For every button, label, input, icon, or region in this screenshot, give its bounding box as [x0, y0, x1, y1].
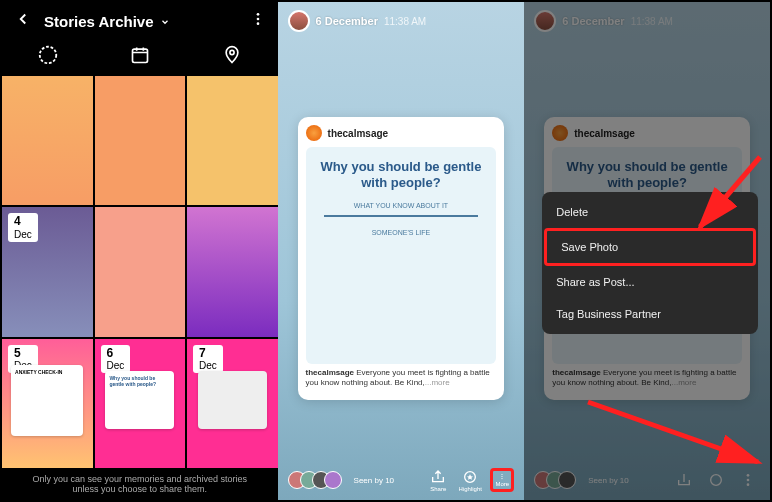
story-tile[interactable]	[187, 207, 278, 336]
story-tile[interactable]: 5Dec ANXIETY CHECK-IN	[2, 339, 93, 468]
story-menu-panel: 6 December 11:38 AM thecalmsage Why you …	[524, 2, 770, 500]
archive-header: Stories Archive	[2, 2, 278, 40]
story-view-panel: 6 December 11:38 AM thecalmsage Why you …	[278, 2, 525, 500]
story-header: 6 December 11:38 AM	[524, 2, 770, 40]
story-tile[interactable]: 7Dec	[187, 339, 278, 468]
story-time: 11:38 AM	[384, 16, 426, 27]
svg-point-5	[230, 50, 234, 54]
highlight-button[interactable]: Highlight	[458, 468, 482, 492]
story-footer: Seen by 10 Share Highlight More	[278, 460, 525, 500]
viewers-stack	[534, 471, 576, 489]
seen-by-text: Seen by 10	[588, 476, 664, 485]
viewers-stack[interactable]	[288, 471, 342, 489]
card-title: Why you should be gentle with people?	[314, 159, 489, 190]
card-caption: thecalmsage Everyone you meet is fightin…	[552, 368, 742, 389]
more-button	[736, 468, 760, 492]
story-tile[interactable]	[2, 76, 93, 205]
archive-title[interactable]: Stories Archive	[44, 13, 238, 30]
svg-point-13	[747, 483, 750, 486]
svg-point-11	[747, 474, 750, 477]
svg-point-12	[747, 479, 750, 482]
svg-point-2	[256, 22, 259, 25]
menu-dots-icon[interactable]	[250, 11, 266, 31]
menu-share-as-post[interactable]: Share as Post...	[542, 266, 758, 298]
archive-footer-text: Only you can see your memories and archi…	[2, 468, 278, 500]
svg-point-1	[256, 18, 259, 21]
highlight-button	[704, 468, 728, 492]
menu-tag-business-partner[interactable]: Tag Business Partner	[542, 298, 758, 330]
card-title: Why you should be gentle with people?	[560, 159, 734, 190]
tab-calendar-icon[interactable]	[129, 44, 151, 66]
svg-point-7	[502, 474, 503, 475]
share-button	[672, 468, 696, 492]
story-card[interactable]: thecalmsage Why you should be gentle wit…	[298, 117, 505, 400]
avatar[interactable]	[288, 10, 310, 32]
date-badge: 6Dec	[101, 345, 131, 373]
card-avatar-icon	[306, 125, 322, 141]
svg-rect-4	[132, 49, 147, 62]
tile-preview	[198, 371, 267, 429]
svg-point-3	[40, 47, 57, 64]
story-date: 6 December	[562, 15, 624, 27]
card-username: thecalmsage	[328, 128, 389, 139]
more-button[interactable]: More	[490, 468, 514, 492]
story-header: 6 December 11:38 AM	[278, 2, 525, 40]
story-time: 11:38 AM	[631, 16, 673, 27]
story-date: 6 December	[316, 15, 378, 27]
card-username: thecalmsage	[574, 128, 635, 139]
svg-point-0	[256, 13, 259, 16]
date-badge: 4Dec	[8, 213, 38, 241]
tab-location-icon[interactable]	[221, 44, 243, 66]
date-badge: 7Dec	[193, 345, 223, 373]
archive-grid: 4Dec 5Dec ANXIETY CHECK-IN 6Dec Why you …	[2, 76, 278, 468]
story-tile[interactable]: 6Dec Why you should be gentle with peopl…	[95, 339, 186, 468]
svg-point-8	[502, 476, 503, 477]
story-tile[interactable]	[95, 207, 186, 336]
card-caption: thecalmsage Everyone you meet is fightin…	[306, 368, 497, 389]
story-tile[interactable]: 4Dec	[2, 207, 93, 336]
svg-point-10	[711, 475, 722, 486]
svg-point-9	[502, 478, 503, 479]
story-tile[interactable]	[187, 76, 278, 205]
archive-panel: Stories Archive 4Dec 5Dec ANXIETY CHECK-…	[2, 2, 278, 500]
seen-by-text[interactable]: Seen by 10	[354, 476, 419, 485]
back-icon[interactable]	[14, 10, 32, 32]
tile-preview: ANXIETY CHECK-IN	[11, 365, 83, 436]
menu-save-photo[interactable]: Save Photo	[544, 228, 756, 266]
tab-stories-icon[interactable]	[37, 44, 59, 66]
story-tile[interactable]	[95, 76, 186, 205]
menu-delete[interactable]: Delete	[542, 196, 758, 228]
story-footer: Seen by 10	[524, 460, 770, 500]
card-image: Why you should be gentle with people? WH…	[306, 147, 497, 364]
card-avatar-icon	[552, 125, 568, 141]
context-menu: Delete Save Photo Share as Post... Tag B…	[542, 192, 758, 334]
avatar	[534, 10, 556, 32]
archive-tabs	[2, 40, 278, 76]
share-button[interactable]: Share	[426, 468, 450, 492]
tile-preview: Why you should be gentle with people?	[105, 371, 174, 429]
